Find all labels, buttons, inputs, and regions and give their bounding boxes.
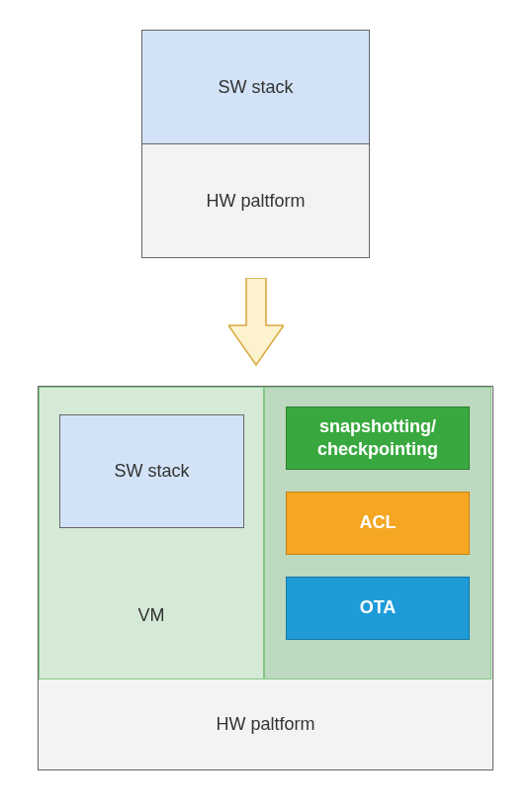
top-hw-platform-box: HW paltform — [142, 144, 369, 257]
vm-sw-stack-box: SW stack — [59, 414, 244, 528]
snapshot-label: snapshotting/ checkpointing — [317, 415, 438, 462]
bottom-stack-container: SW stack VM snapshotting/ checkpointing … — [38, 386, 493, 770]
top-sw-label: SW stack — [218, 77, 293, 98]
bottom-hw-platform-box: HW paltform — [39, 679, 492, 769]
acl-label: ACL — [360, 511, 397, 534]
vm-label: VM — [40, 605, 263, 626]
top-hw-label: HW paltform — [206, 191, 305, 212]
top-sw-stack-box: SW stack — [142, 31, 369, 144]
bottom-upper-row: SW stack VM snapshotting/ checkpointing … — [39, 387, 492, 679]
ota-label: OTA — [360, 596, 397, 619]
acl-feature-box: ACL — [286, 492, 470, 555]
arrow-down-icon — [228, 278, 284, 367]
bottom-hw-label: HW paltform — [216, 714, 314, 735]
features-box: snapshotting/ checkpointing ACL OTA — [264, 387, 491, 679]
vm-sw-label: SW stack — [114, 461, 189, 482]
vm-box: SW stack VM — [39, 387, 264, 679]
top-stack-container: SW stack HW paltform — [141, 30, 370, 258]
snapshot-feature-box: snapshotting/ checkpointing — [286, 406, 470, 470]
ota-feature-box: OTA — [286, 577, 470, 640]
